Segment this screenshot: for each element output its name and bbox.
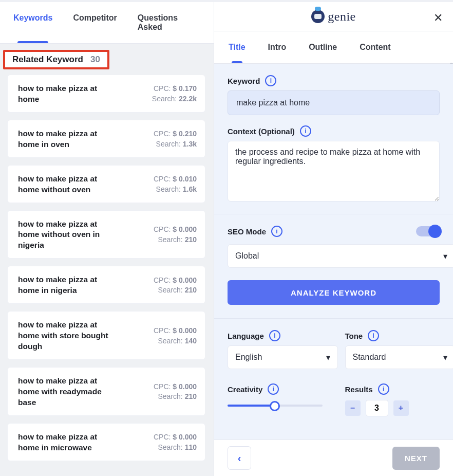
right-tabs: TitleIntroOutlineContent — [214, 31, 453, 64]
keyword-list: how to make pizza at homeCPC: $ 0.170Sea… — [0, 72, 214, 469]
results-increment-button[interactable]: + — [393, 400, 409, 416]
keyword-text: how to make pizza at home with store bou… — [18, 320, 113, 352]
creativity-slider[interactable] — [228, 401, 323, 410]
keyword-card[interactable]: how to make pizza at home in microwaveCP… — [7, 423, 205, 461]
keyword-text: how to make pizza at home — [18, 83, 113, 105]
keyword-text: how to make pizza at home in microwave — [18, 432, 113, 453]
info-icon[interactable]: i — [378, 383, 389, 395]
results-label: Results — [345, 385, 373, 394]
keyword-text: how to make pizza at home without oven — [18, 174, 113, 195]
chevron-down-icon: ▾ — [443, 353, 447, 362]
info-icon[interactable]: i — [271, 226, 282, 237]
results-value[interactable]: 3 — [366, 400, 388, 416]
next-button[interactable]: NEXT — [392, 447, 440, 470]
context-textarea[interactable] — [228, 141, 440, 202]
keyword-card[interactable]: how to make pizza at home with store bou… — [7, 311, 205, 360]
tab-outline[interactable]: Outline — [309, 31, 337, 63]
keyword-meta: CPC: $ 0.000Search: 140 — [154, 326, 197, 346]
keyword-meta: CPC: $ 0.000Search: 210 — [154, 382, 197, 402]
chevron-down-icon: ▾ — [326, 353, 330, 362]
keyword-label: Keyword — [228, 77, 260, 85]
keyword-input[interactable] — [228, 90, 440, 115]
tab-intro[interactable]: Intro — [268, 31, 287, 63]
keyword-text: how to make pizza at home in nigeria — [18, 274, 113, 296]
keyword-card[interactable]: how to make pizza at home in nigeriaCPC:… — [7, 266, 205, 304]
brand-name: genie — [328, 10, 355, 24]
keyword-meta: CPC: $ 0.000Search: 110 — [154, 432, 197, 452]
context-label: Context (Optional) — [228, 127, 295, 136]
chevron-down-icon: ▾ — [443, 251, 447, 261]
info-icon[interactable]: i — [269, 330, 280, 341]
keyword-card[interactable]: how to make pizza at homeCPC: $ 0.170Sea… — [7, 75, 205, 113]
keyword-card[interactable]: how to make pizza at home without ovenCP… — [7, 165, 205, 203]
info-icon[interactable]: i — [268, 383, 279, 395]
keyword-meta: CPC: $ 0.000Search: 210 — [154, 276, 197, 296]
seo-mode-toggle[interactable] — [416, 226, 440, 236]
creativity-label: Creativity — [228, 385, 262, 394]
keyword-text: how to make pizza at home in oven — [18, 129, 113, 150]
brand-bar: genie ✕ — [214, 2, 453, 31]
info-icon[interactable]: i — [300, 125, 311, 137]
keyword-card[interactable]: how to make pizza at home with readymade… — [7, 367, 205, 416]
keyword-text: how to make pizza at home without oven i… — [18, 219, 113, 251]
tab-competitor[interactable]: Competitor — [73, 13, 117, 43]
info-icon[interactable]: i — [368, 330, 379, 341]
tone-label: Tone — [345, 332, 363, 340]
language-select-value: English — [235, 353, 262, 362]
region-select[interactable]: Global ▾ — [228, 244, 453, 268]
related-keyword-count: 30 — [90, 54, 100, 65]
keyword-card[interactable]: how to make pizza at home in ovenCPC: $ … — [7, 120, 205, 158]
tab-questions-asked[interactable]: Questions Asked — [138, 13, 201, 43]
related-keyword-header: Related Keyword 30 — [3, 50, 109, 69]
tab-content[interactable]: Content — [360, 31, 390, 63]
back-button[interactable]: ‹ — [228, 446, 251, 470]
region-select-value: Global — [235, 251, 259, 261]
keyword-meta: CPC: $ 0.000Search: 210 — [154, 225, 197, 245]
language-select[interactable]: English ▾ — [228, 345, 338, 369]
language-label: Language — [228, 332, 264, 340]
related-keyword-title: Related Keyword — [12, 54, 83, 65]
info-icon[interactable]: i — [265, 75, 276, 86]
left-tabs: KeywordsCompetitorQuestions Asked — [0, 2, 214, 44]
keyword-text: how to make pizza at home with readymade… — [18, 376, 113, 408]
analyze-keyword-button[interactable]: ANALYZE KEYWORD — [228, 280, 440, 305]
keyword-meta: CPC: $ 0.170Search: 22.2k — [152, 84, 197, 104]
close-icon[interactable]: ✕ — [433, 11, 443, 25]
tone-select[interactable]: Standard ▾ — [345, 345, 454, 369]
tab-title[interactable]: Title — [229, 31, 246, 63]
tab-keywords[interactable]: Keywords — [13, 13, 52, 43]
results-decrement-button[interactable]: − — [345, 400, 361, 416]
tone-select-value: Standard — [353, 353, 386, 362]
keyword-meta: CPC: $ 0.210Search: 1.3k — [154, 129, 197, 149]
seo-mode-label: SEO Mode — [228, 227, 266, 236]
keyword-meta: CPC: $ 0.010Search: 1.6k — [154, 174, 197, 194]
keyword-card[interactable]: how to make pizza at home without oven i… — [7, 210, 205, 259]
brand-logo-icon — [311, 10, 325, 23]
